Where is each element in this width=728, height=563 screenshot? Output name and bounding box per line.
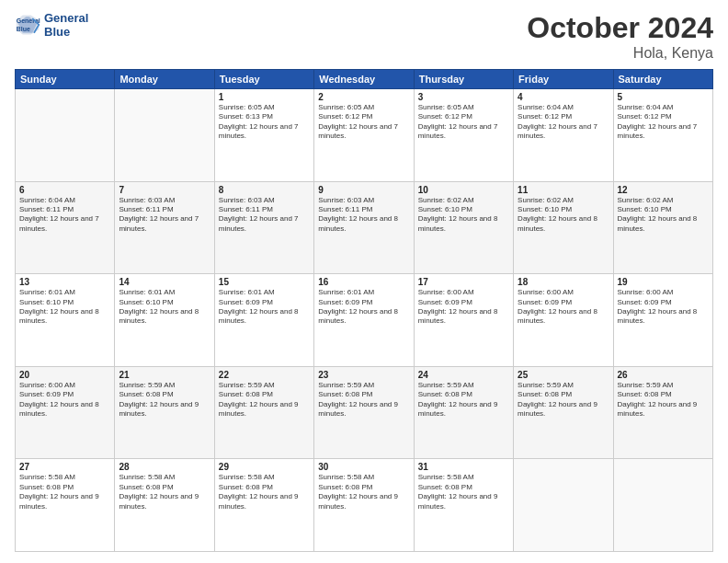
day-info: Sunrise: 5:58 AM Sunset: 6:08 PM Dayligh… <box>418 473 509 511</box>
day-number: 8 <box>219 185 310 195</box>
day-cell <box>613 459 712 552</box>
day-number: 24 <box>418 370 509 380</box>
day-number: 22 <box>219 370 310 380</box>
day-info: Sunrise: 5:58 AM Sunset: 6:08 PM Dayligh… <box>119 473 210 511</box>
day-number: 11 <box>518 185 609 195</box>
day-info: Sunrise: 6:05 AM Sunset: 6:12 PM Dayligh… <box>318 103 409 142</box>
day-number: 27 <box>19 462 110 472</box>
day-cell: 28Sunrise: 5:58 AM Sunset: 6:08 PM Dayli… <box>115 459 214 552</box>
day-number: 17 <box>418 277 509 287</box>
location: Hola, Kenya <box>527 45 713 62</box>
day-cell: 13Sunrise: 6:01 AM Sunset: 6:10 PM Dayli… <box>16 274 115 367</box>
week-row-5: 27Sunrise: 5:58 AM Sunset: 6:08 PM Dayli… <box>16 459 713 552</box>
day-number: 6 <box>19 185 110 195</box>
logo-blue: Blue <box>44 25 88 39</box>
week-row-4: 20Sunrise: 6:00 AM Sunset: 6:09 PM Dayli… <box>16 366 713 459</box>
day-info: Sunrise: 5:59 AM Sunset: 6:08 PM Dayligh… <box>119 381 210 419</box>
logo: General Blue General Blue <box>15 11 88 39</box>
day-cell: 11Sunrise: 6:02 AM Sunset: 6:10 PM Dayli… <box>514 181 613 274</box>
day-info: Sunrise: 6:05 AM Sunset: 6:13 PM Dayligh… <box>219 103 310 142</box>
day-cell: 4Sunrise: 6:04 AM Sunset: 6:12 PM Daylig… <box>514 89 613 182</box>
day-number: 21 <box>119 370 210 380</box>
day-cell: 2Sunrise: 6:05 AM Sunset: 6:12 PM Daylig… <box>314 89 414 182</box>
day-number: 14 <box>119 277 210 287</box>
day-number: 9 <box>318 185 409 195</box>
day-number: 2 <box>318 92 409 102</box>
weekday-header-tuesday: Tuesday <box>214 70 313 89</box>
day-info: Sunrise: 5:59 AM Sunset: 6:08 PM Dayligh… <box>418 381 509 419</box>
day-info: Sunrise: 6:03 AM Sunset: 6:11 PM Dayligh… <box>219 196 310 235</box>
header: General Blue General Blue October 2024 H… <box>15 11 713 62</box>
day-info: Sunrise: 5:59 AM Sunset: 6:08 PM Dayligh… <box>618 381 709 419</box>
day-info: Sunrise: 6:00 AM Sunset: 6:09 PM Dayligh… <box>19 381 110 419</box>
day-cell: 24Sunrise: 5:59 AM Sunset: 6:08 PM Dayli… <box>414 366 513 459</box>
day-info: Sunrise: 6:00 AM Sunset: 6:09 PM Dayligh… <box>618 288 709 327</box>
logo-general: General <box>44 11 88 25</box>
day-cell: 27Sunrise: 5:58 AM Sunset: 6:08 PM Dayli… <box>16 459 115 552</box>
day-info: Sunrise: 6:02 AM Sunset: 6:10 PM Dayligh… <box>518 196 609 235</box>
day-number: 28 <box>119 462 210 472</box>
day-number: 26 <box>618 370 709 380</box>
weekday-header-wednesday: Wednesday <box>314 70 414 89</box>
day-cell: 30Sunrise: 5:58 AM Sunset: 6:08 PM Dayli… <box>314 459 414 552</box>
day-number: 23 <box>318 370 409 380</box>
day-cell: 15Sunrise: 6:01 AM Sunset: 6:09 PM Dayli… <box>214 274 313 367</box>
day-cell: 3Sunrise: 6:05 AM Sunset: 6:12 PM Daylig… <box>414 89 513 182</box>
day-number: 10 <box>418 185 509 195</box>
day-number: 20 <box>19 370 110 380</box>
weekday-header-row: SundayMondayTuesdayWednesdayThursdayFrid… <box>16 70 713 89</box>
day-info: Sunrise: 6:01 AM Sunset: 6:09 PM Dayligh… <box>318 288 409 327</box>
day-info: Sunrise: 6:01 AM Sunset: 6:10 PM Dayligh… <box>19 288 110 327</box>
day-cell: 12Sunrise: 6:02 AM Sunset: 6:10 PM Dayli… <box>613 181 712 274</box>
month-title: October 2024 <box>527 11 713 45</box>
day-number: 31 <box>418 462 509 472</box>
day-info: Sunrise: 6:03 AM Sunset: 6:11 PM Dayligh… <box>318 196 409 235</box>
day-cell: 6Sunrise: 6:04 AM Sunset: 6:11 PM Daylig… <box>16 181 115 274</box>
day-info: Sunrise: 5:59 AM Sunset: 6:08 PM Dayligh… <box>219 381 310 419</box>
day-info: Sunrise: 5:58 AM Sunset: 6:08 PM Dayligh… <box>219 473 310 511</box>
day-info: Sunrise: 6:03 AM Sunset: 6:11 PM Dayligh… <box>119 196 210 235</box>
day-cell: 19Sunrise: 6:00 AM Sunset: 6:09 PM Dayli… <box>613 274 712 367</box>
day-info: Sunrise: 6:04 AM Sunset: 6:12 PM Dayligh… <box>518 103 609 142</box>
day-info: Sunrise: 6:00 AM Sunset: 6:09 PM Dayligh… <box>518 288 609 327</box>
day-cell: 23Sunrise: 5:59 AM Sunset: 6:08 PM Dayli… <box>314 366 414 459</box>
day-number: 5 <box>618 92 709 102</box>
day-cell: 20Sunrise: 6:00 AM Sunset: 6:09 PM Dayli… <box>16 366 115 459</box>
weekday-header-monday: Monday <box>115 70 214 89</box>
day-cell: 25Sunrise: 5:59 AM Sunset: 6:08 PM Dayli… <box>514 366 613 459</box>
day-cell: 21Sunrise: 5:59 AM Sunset: 6:08 PM Dayli… <box>115 366 214 459</box>
page: General Blue General Blue October 2024 H… <box>0 0 728 563</box>
day-number: 13 <box>19 277 110 287</box>
week-row-3: 13Sunrise: 6:01 AM Sunset: 6:10 PM Dayli… <box>16 274 713 367</box>
day-number: 4 <box>518 92 609 102</box>
day-number: 15 <box>219 277 310 287</box>
weekday-header-saturday: Saturday <box>613 70 712 89</box>
day-number: 29 <box>219 462 310 472</box>
day-cell: 14Sunrise: 6:01 AM Sunset: 6:10 PM Dayli… <box>115 274 214 367</box>
day-info: Sunrise: 6:04 AM Sunset: 6:12 PM Dayligh… <box>618 103 709 142</box>
day-cell: 22Sunrise: 5:59 AM Sunset: 6:08 PM Dayli… <box>214 366 313 459</box>
day-info: Sunrise: 6:01 AM Sunset: 6:10 PM Dayligh… <box>119 288 210 327</box>
week-row-1: 1Sunrise: 6:05 AM Sunset: 6:13 PM Daylig… <box>16 89 713 182</box>
day-cell <box>115 89 214 182</box>
day-info: Sunrise: 6:04 AM Sunset: 6:11 PM Dayligh… <box>19 196 110 235</box>
day-cell: 7Sunrise: 6:03 AM Sunset: 6:11 PM Daylig… <box>115 181 214 274</box>
svg-text:Blue: Blue <box>17 26 30 32</box>
day-number: 7 <box>119 185 210 195</box>
weekday-header-friday: Friday <box>514 70 613 89</box>
day-cell: 17Sunrise: 6:00 AM Sunset: 6:09 PM Dayli… <box>414 274 513 367</box>
day-info: Sunrise: 6:01 AM Sunset: 6:09 PM Dayligh… <box>219 288 310 327</box>
day-info: Sunrise: 6:00 AM Sunset: 6:09 PM Dayligh… <box>418 288 509 327</box>
day-cell: 8Sunrise: 6:03 AM Sunset: 6:11 PM Daylig… <box>214 181 313 274</box>
logo-icon: General Blue <box>15 12 40 38</box>
day-number: 12 <box>618 185 709 195</box>
day-cell: 31Sunrise: 5:58 AM Sunset: 6:08 PM Dayli… <box>414 459 513 552</box>
weekday-header-sunday: Sunday <box>16 70 115 89</box>
day-cell: 26Sunrise: 5:59 AM Sunset: 6:08 PM Dayli… <box>613 366 712 459</box>
day-cell: 9Sunrise: 6:03 AM Sunset: 6:11 PM Daylig… <box>314 181 414 274</box>
title-area: October 2024 Hola, Kenya <box>527 11 713 62</box>
day-number: 16 <box>318 277 409 287</box>
day-info: Sunrise: 6:05 AM Sunset: 6:12 PM Dayligh… <box>418 103 509 142</box>
day-number: 1 <box>219 92 310 102</box>
day-cell: 1Sunrise: 6:05 AM Sunset: 6:13 PM Daylig… <box>214 89 313 182</box>
